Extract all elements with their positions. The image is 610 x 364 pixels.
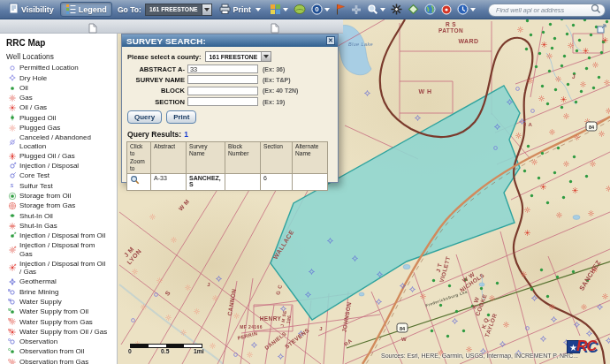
well-symbol-icon [5,171,19,180]
legend-item[interactable]: Plugged Oil [5,113,117,122]
query-button[interactable]: Query [127,110,162,124]
section-field[interactable] [187,97,258,106]
results-count: 1 [184,130,188,139]
history-icon[interactable] [457,4,476,15]
svg-text:S: S [11,184,14,189]
flag-icon[interactable] [335,4,346,15]
close-icon[interactable]: ✕ [326,36,335,45]
basemap-icon[interactable] [294,4,306,15]
visibility-button[interactable]: Visibility [4,2,58,17]
starburst-icon[interactable] [391,4,402,15]
county-select-button[interactable] [261,52,271,61]
legend-item[interactable]: Geothermal [5,277,117,286]
goto-county-dropdown-button[interactable] [202,4,212,16]
well-symbol-icon: O [5,358,19,364]
scale-tick: 0 [128,348,132,354]
print-button[interactable]: Print [215,2,266,17]
legend-item[interactable]: OObservation from Oil [5,347,117,356]
diamond-icon[interactable] [408,4,419,15]
counter-badge-caret [324,8,330,11]
stop-icon[interactable] [441,4,452,15]
legend-item-label: Observation from Gas [19,358,88,364]
legend-item[interactable]: Injection / Disposal fromGas [5,241,117,258]
rrc-logo: ★ RC [567,337,597,355]
well-symbol-icon: O [5,347,19,356]
print-results-button[interactable]: Print [166,110,196,124]
abstract-field[interactable] [187,64,258,73]
legend-item[interactable]: WWater Supply from Gas [5,317,117,326]
legend-group-title: Well Locations [6,52,117,61]
counter-badge[interactable]: 0 [311,4,330,15]
legend-item[interactable]: WWater Supply from Oil / Gas [5,328,117,337]
results-table: Click to Zoom toAbstractSurvey NameBlock… [126,141,328,191]
magnifier-icon[interactable] [367,4,385,15]
well-symbol-icon [5,103,19,112]
legend-button[interactable]: Legend [60,2,112,17]
legend-item-label: Shut-In Gas [19,222,57,231]
legend-item[interactable]: Canceled / AbandonedLocation [5,133,117,150]
legend-item[interactable]: Gas [5,94,117,102]
form-row: SURVEY NAME(Ex: T&P) [122,75,338,84]
legend-item[interactable]: Core Test [5,171,117,180]
county-select[interactable]: 161 FREESTONE [205,51,272,62]
legend-item[interactable]: OObservation [5,337,117,346]
well-symbol-icon [5,152,19,161]
well-symbol-icon [5,222,19,231]
legend-item[interactable]: Injection / Disposal from Oil/ Gas [5,260,117,277]
legend-item[interactable]: Oil [5,84,117,93]
county-select-label: Please select a county: [127,53,202,61]
legend-item-label: Dry Hole [19,74,47,83]
legend-item[interactable]: Dry Hole [5,73,117,82]
legend-item[interactable]: BBrine Mining [5,288,117,297]
search-icon[interactable] [591,2,601,18]
table-cell: SANCHEZ, S [187,174,225,191]
survey-name-field-label: SURVEY NAME [122,76,187,84]
table-cell: A-33 [151,174,187,191]
map-application: R SPATTONWARDW HSANCHEZJJ ASANCHEZJ MLYO… [0,0,610,364]
legend-item[interactable]: Permitted Location [5,64,117,72]
legend-item[interactable]: Shut-In Gas [5,222,117,231]
column-header: Block Number [225,142,261,174]
scale-tick: 0.5 [161,348,169,354]
legend-item-label: Sulfur Test [19,182,53,191]
apps-grid-icon-caret [283,8,288,11]
legend-item-label: Gas [19,94,33,102]
legend-item[interactable]: Storage from Gas [5,201,117,210]
crosshair-icon[interactable] [351,4,362,15]
zoom-to-result-icon[interactable] [127,174,151,191]
legend-item[interactable]: Oil / Gas [5,103,117,112]
legend-item[interactable]: Injection / Disposal from Oil [5,231,117,240]
dialog-titlebar[interactable]: SURVEY SEARCH: ✕ [122,34,338,47]
block-field[interactable] [187,87,258,95]
section-field-label: SECTION [122,98,187,106]
well-symbol-icon [5,94,19,102]
legend-item[interactable]: WWater Supply from Oil [5,307,117,316]
popout-icon[interactable] [597,21,606,37]
legend-item-label: Storage from Gas [19,201,75,210]
survey-name-field[interactable] [187,75,258,84]
legend-item-label: Water Supply from Oil [19,307,88,316]
column-header: Abstract [151,142,187,174]
apps-grid-icon[interactable] [270,4,288,15]
well-symbol-icon: W [5,328,19,337]
printer-icon [219,4,231,16]
search-input[interactable] [496,6,591,14]
block-field-label: BLOCK [122,87,187,95]
well-symbol-icon [5,138,19,147]
legend-panel: RRC Map Well Locations Permitted Locatio… [0,34,118,364]
legend-item[interactable]: Injection / Disposal [5,162,117,171]
legend-item[interactable]: Shut-In Oil [5,211,117,220]
well-symbol-icon: W [5,307,19,316]
legend-item[interactable]: WWater Supply [5,298,117,307]
legend-item[interactable]: Storage from Oil [5,192,117,201]
legend-item[interactable]: SSulfur Test [5,181,117,190]
legend-item[interactable]: Plugged Gas [5,124,117,133]
legend-item-label: Oil [19,84,28,93]
well-symbol-icon [5,231,19,240]
goto-county-dropdown[interactable]: 161 FREESTONE [145,4,212,16]
legend-item[interactable]: Plugged Oil / Gas [5,152,117,161]
well-symbol-icon [5,124,19,133]
legend-item[interactable]: OObservation from Gas [5,358,117,364]
legend-item-label: Permitted Location [19,64,79,72]
globe-icon[interactable] [424,4,436,15]
